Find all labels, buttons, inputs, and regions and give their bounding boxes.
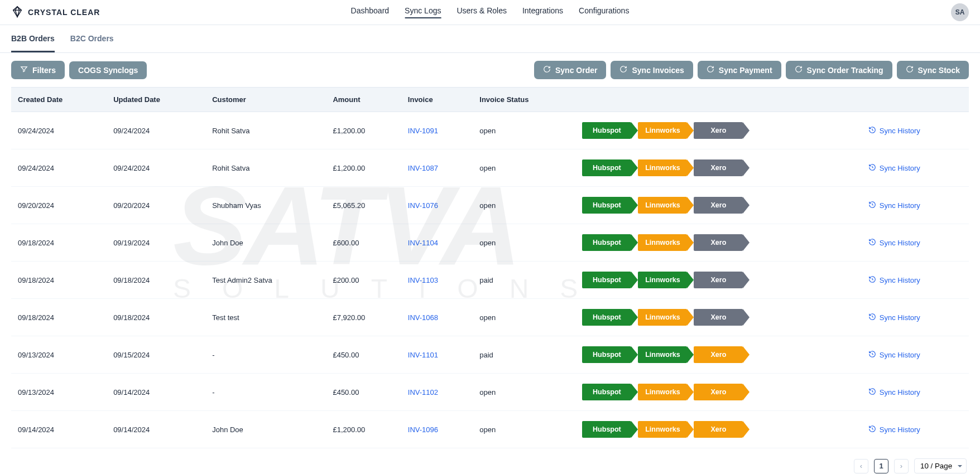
badge-hubspot[interactable]: Hubspot <box>582 346 631 363</box>
history-icon <box>868 425 876 434</box>
cell-invoice: INV-1076 <box>401 187 473 224</box>
badge-linnworks[interactable]: Linnworks <box>638 122 687 139</box>
sync-history-link[interactable]: Sync History <box>868 126 920 136</box>
invoice-link[interactable]: INV-1102 <box>408 388 438 396</box>
sync-history-label: Sync History <box>880 201 920 210</box>
nav-dashboard[interactable]: Dashboard <box>351 6 390 18</box>
badge-hubspot[interactable]: Hubspot <box>582 384 631 400</box>
cell-updated-date: 09/19/2024 <box>107 224 205 262</box>
chevron-right-icon: › <box>900 462 902 470</box>
nav-users-roles[interactable]: Users & Roles <box>457 6 506 18</box>
cell-invoice: INV-1091 <box>401 112 473 149</box>
sync-history-link[interactable]: Sync History <box>868 425 920 434</box>
filters-button[interactable]: Filters <box>11 61 65 79</box>
badge-xero[interactable]: Xero <box>694 159 743 176</box>
badge-xero[interactable]: Xero <box>694 421 743 438</box>
badge-label: Xero <box>711 201 727 209</box>
sync-stock-button[interactable]: Sync Stock <box>897 61 969 79</box>
badge-hubspot[interactable]: Hubspot <box>582 309 631 326</box>
invoice-link[interactable]: INV-1087 <box>408 164 438 172</box>
nav-configurations[interactable]: Configurations <box>579 6 629 18</box>
badge-linnworks[interactable]: Linnworks <box>638 384 687 400</box>
cell-status: open <box>473 149 575 187</box>
badge-linnworks[interactable]: Linnworks <box>638 421 687 438</box>
nav-integrations[interactable]: Integrations <box>522 6 563 18</box>
badge-label: Hubspot <box>593 388 621 396</box>
cell-created-date: 09/18/2024 <box>11 299 107 336</box>
page-size-select[interactable]: 10 / Page <box>914 458 967 473</box>
sync-history-link[interactable]: Sync History <box>868 163 920 173</box>
badge-hubspot[interactable]: Hubspot <box>582 421 631 438</box>
cell-sync-history: Sync History <box>862 187 969 224</box>
table-row: 09/14/202409/14/2024John Doe£1,200.00INV… <box>11 411 969 448</box>
badge-linnworks[interactable]: Linnworks <box>638 159 687 176</box>
cell-customer: Rohit Satva <box>205 112 326 149</box>
page-size-select-wrap[interactable]: 10 / Page <box>914 458 967 473</box>
badge-xero[interactable]: Xero <box>694 309 743 326</box>
badge-xero[interactable]: Xero <box>694 346 743 363</box>
cell-sync-history: Sync History <box>862 224 969 262</box>
prev-page-button[interactable]: ‹ <box>854 459 868 473</box>
sync-order-button[interactable]: Sync Order <box>534 61 606 79</box>
sync-tracking-button[interactable]: Sync Order Tracking <box>786 61 892 79</box>
badge-xero[interactable]: Xero <box>694 272 743 288</box>
avatar[interactable]: SA <box>951 3 969 21</box>
sync-history-link[interactable]: Sync History <box>868 201 920 210</box>
invoice-link[interactable]: INV-1096 <box>408 425 438 434</box>
invoice-link[interactable]: INV-1091 <box>408 127 438 135</box>
topbar: CRYSTAL CLEAR DashboardSync LogsUsers & … <box>0 0 980 25</box>
badge-hubspot[interactable]: Hubspot <box>582 272 631 288</box>
cell-updated-date: 09/20/2024 <box>107 187 205 224</box>
col-updated-date: Updated Date <box>107 88 205 112</box>
col-amount: Amount <box>326 88 401 112</box>
sync-history-link[interactable]: Sync History <box>868 275 920 285</box>
sync-tracking-label: Sync Order Tracking <box>807 66 883 75</box>
badge-hubspot[interactable]: Hubspot <box>582 234 631 251</box>
invoice-link[interactable]: INV-1068 <box>408 313 438 322</box>
cell-amount: £450.00 <box>326 374 401 411</box>
badge-hubspot[interactable]: Hubspot <box>582 197 631 214</box>
history-icon <box>868 275 876 285</box>
cell-updated-date: 09/14/2024 <box>107 411 205 448</box>
sync-history-link[interactable]: Sync History <box>868 350 920 360</box>
sync-history-link[interactable]: Sync History <box>868 238 920 248</box>
badge-label: Linnworks <box>645 164 680 172</box>
cogs-synclogs-button[interactable]: COGS Synclogs <box>69 61 147 79</box>
badge-xero[interactable]: Xero <box>694 234 743 251</box>
badge-linnworks[interactable]: Linnworks <box>638 309 687 326</box>
sync-payment-button[interactable]: Sync Payment <box>698 61 781 79</box>
next-page-button[interactable]: › <box>894 459 909 473</box>
cell-status: open <box>473 112 575 149</box>
history-icon <box>868 313 876 322</box>
invoice-link[interactable]: INV-1101 <box>408 351 438 359</box>
refresh-icon <box>906 65 914 75</box>
badge-xero[interactable]: Xero <box>694 197 743 214</box>
cell-badges: HubspotLinnworksXero <box>575 224 861 262</box>
invoice-link[interactable]: INV-1104 <box>408 239 438 247</box>
sync-invoices-button[interactable]: Sync Invoices <box>611 61 693 79</box>
badge-label: Linnworks <box>645 201 680 209</box>
tab-b-c-orders[interactable]: B2C Orders <box>70 34 114 52</box>
badge-label: Xero <box>711 239 727 246</box>
badge-linnworks[interactable]: Linnworks <box>638 346 687 363</box>
badge-linnworks[interactable]: Linnworks <box>638 272 687 288</box>
badge-linnworks[interactable]: Linnworks <box>638 234 687 251</box>
sync-stock-label: Sync Stock <box>918 66 960 75</box>
badge-xero[interactable]: Xero <box>694 384 743 400</box>
badge-hubspot[interactable]: Hubspot <box>582 159 631 176</box>
sync-history-label: Sync History <box>880 351 920 359</box>
tab-b-b-orders[interactable]: B2B Orders <box>11 34 55 52</box>
cell-status: open <box>473 299 575 336</box>
badge-linnworks[interactable]: Linnworks <box>638 197 687 214</box>
invoice-link[interactable]: INV-1076 <box>408 201 438 210</box>
nav-sync-logs[interactable]: Sync Logs <box>405 6 441 18</box>
invoice-link[interactable]: INV-1103 <box>408 276 438 284</box>
cell-amount: £7,920.00 <box>326 299 401 336</box>
cell-invoice: INV-1096 <box>401 411 473 448</box>
badge-hubspot[interactable]: Hubspot <box>582 122 631 139</box>
sync-history-link[interactable]: Sync History <box>868 313 920 322</box>
page-number-current[interactable]: 1 <box>874 459 888 473</box>
badge-xero[interactable]: Xero <box>694 122 743 139</box>
sync-history-link[interactable]: Sync History <box>868 388 920 397</box>
cell-sync-history: Sync History <box>862 149 969 187</box>
